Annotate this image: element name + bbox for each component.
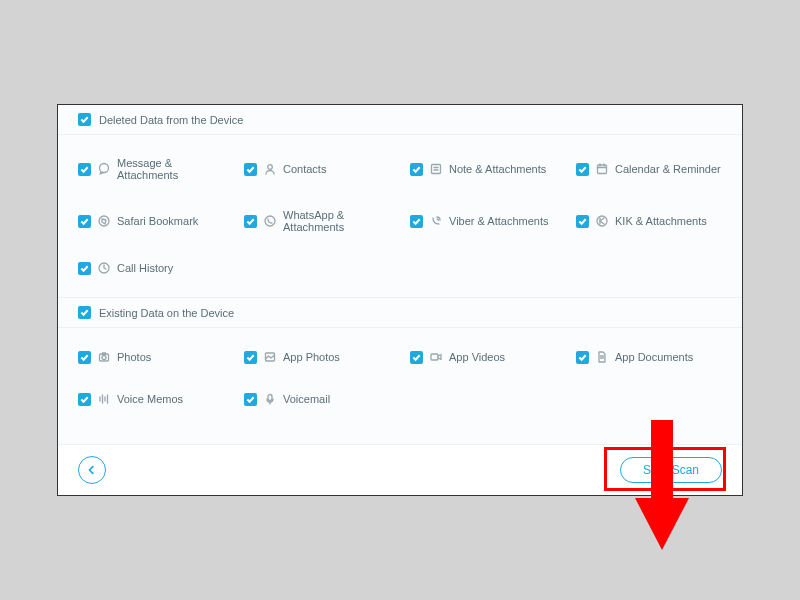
- message-icon: [97, 162, 111, 176]
- svg-point-12: [597, 216, 607, 226]
- existing-grid: Photos App Photos App Videos App Documen…: [58, 328, 742, 428]
- section-deleted-label: Deleted Data from the Device: [99, 114, 243, 126]
- svg-point-0: [100, 164, 109, 173]
- checkbox[interactable]: [78, 215, 91, 228]
- checkbox-section-existing[interactable]: [78, 306, 91, 319]
- item-label: Contacts: [283, 163, 326, 175]
- checkbox[interactable]: [244, 393, 257, 406]
- checkbox[interactable]: [576, 215, 589, 228]
- call-history-icon: [97, 261, 111, 275]
- checkbox[interactable]: [78, 393, 91, 406]
- checkbox[interactable]: [78, 262, 91, 275]
- kik-icon: [595, 214, 609, 228]
- item-label: KIK & Attachments: [615, 215, 707, 227]
- svg-point-11: [265, 216, 275, 226]
- item-label: Call History: [117, 262, 173, 274]
- checkbox[interactable]: [576, 163, 589, 176]
- back-button[interactable]: [78, 456, 106, 484]
- whatsapp-icon: [263, 214, 277, 228]
- note-icon: [429, 162, 443, 176]
- item-label: Voice Memos: [117, 393, 183, 405]
- checkbox[interactable]: [410, 215, 423, 228]
- contacts-icon: [263, 162, 277, 176]
- svg-point-9: [99, 216, 109, 226]
- checkbox[interactable]: [244, 351, 257, 364]
- svg-rect-2: [432, 165, 441, 174]
- item-kik[interactable]: KIK & Attachments: [566, 195, 732, 247]
- item-app-photos[interactable]: App Photos: [234, 336, 400, 378]
- checkbox-section-deleted[interactable]: [78, 113, 91, 126]
- item-voice-memos[interactable]: Voice Memos: [68, 378, 234, 420]
- item-label: Note & Attachments: [449, 163, 546, 175]
- data-type-panel: Deleted Data from the Device Message & A…: [58, 105, 742, 447]
- item-note[interactable]: Note & Attachments: [400, 143, 566, 195]
- section-existing-label: Existing Data on the Device: [99, 307, 234, 319]
- app-documents-icon: [595, 350, 609, 364]
- voicemail-icon: [263, 392, 277, 406]
- item-label: Photos: [117, 351, 151, 363]
- start-scan-label: Start Scan: [643, 463, 699, 477]
- checkbox[interactable]: [244, 163, 257, 176]
- item-message[interactable]: Message & Attachments: [68, 143, 234, 195]
- item-voicemail[interactable]: Voicemail: [234, 378, 400, 420]
- item-calendar[interactable]: Calendar & Reminder: [566, 143, 732, 195]
- item-label: App Photos: [283, 351, 340, 363]
- checkbox[interactable]: [244, 215, 257, 228]
- svg-marker-10: [102, 219, 106, 224]
- item-app-documents[interactable]: App Documents: [566, 336, 732, 378]
- footer-bar: Start Scan: [58, 444, 742, 495]
- item-contacts[interactable]: Contacts: [234, 143, 400, 195]
- checkbox[interactable]: [410, 163, 423, 176]
- calendar-icon: [595, 162, 609, 176]
- item-whatsapp[interactable]: WhatsApp & Attachments: [234, 195, 400, 247]
- svg-point-1: [268, 165, 273, 170]
- viber-icon: [429, 214, 443, 228]
- svg-point-18: [102, 356, 106, 360]
- app-videos-icon: [429, 350, 443, 364]
- item-photos[interactable]: Photos: [68, 336, 234, 378]
- section-existing-header[interactable]: Existing Data on the Device: [58, 297, 742, 328]
- checkbox[interactable]: [576, 351, 589, 364]
- item-label: Calendar & Reminder: [615, 163, 721, 175]
- item-label: Safari Bookmark: [117, 215, 198, 227]
- section-deleted-header[interactable]: Deleted Data from the Device: [58, 105, 742, 135]
- svg-rect-21: [431, 354, 438, 360]
- app-photos-icon: [263, 350, 277, 364]
- checkbox[interactable]: [410, 351, 423, 364]
- start-scan-button[interactable]: Start Scan: [620, 457, 722, 483]
- item-label: App Videos: [449, 351, 505, 363]
- app-window: Deleted Data from the Device Message & A…: [57, 104, 743, 496]
- svg-marker-32: [635, 498, 689, 550]
- item-label: Message & Attachments: [117, 157, 224, 181]
- item-label: App Documents: [615, 351, 693, 363]
- item-label: Voicemail: [283, 393, 330, 405]
- checkbox[interactable]: [78, 163, 91, 176]
- item-label: Viber & Attachments: [449, 215, 548, 227]
- svg-rect-29: [268, 395, 272, 401]
- photos-icon: [97, 350, 111, 364]
- item-app-videos[interactable]: App Videos: [400, 336, 566, 378]
- checkbox[interactable]: [78, 351, 91, 364]
- item-safari-bookmark[interactable]: Safari Bookmark: [68, 195, 234, 247]
- svg-marker-22: [438, 355, 441, 360]
- voice-memos-icon: [97, 392, 111, 406]
- item-viber[interactable]: Viber & Attachments: [400, 195, 566, 247]
- item-call-history[interactable]: Call History: [68, 247, 234, 289]
- item-label: WhatsApp & Attachments: [283, 209, 390, 233]
- svg-rect-5: [598, 165, 607, 174]
- deleted-grid: Message & Attachments Contacts Note & At…: [58, 135, 742, 297]
- bookmark-icon: [97, 214, 111, 228]
